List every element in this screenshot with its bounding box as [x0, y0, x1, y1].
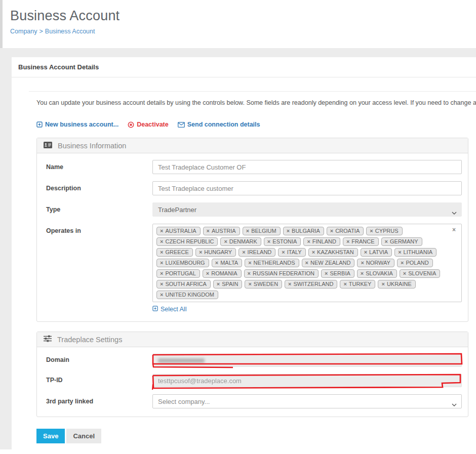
remove-tag-icon[interactable]: × — [282, 250, 285, 255]
country-tag[interactable]: × AUSTRIA — [203, 227, 240, 235]
remove-tag-icon[interactable]: × — [403, 271, 406, 276]
country-tag[interactable]: × GERMANY — [381, 237, 422, 246]
remove-tag-icon[interactable]: × — [224, 239, 227, 244]
remove-tag-icon[interactable]: × — [370, 228, 373, 233]
remove-tag-icon[interactable]: × — [343, 281, 346, 286]
country-tag[interactable]: × FRANCE — [343, 237, 379, 246]
country-tag[interactable]: × MALTA — [212, 259, 242, 267]
remove-tag-icon[interactable]: × — [217, 281, 220, 286]
country-tag-label: SLOVAKIA — [366, 270, 393, 276]
breadcrumb-link-business-account[interactable]: Business Account — [45, 28, 95, 35]
remove-tag-icon[interactable]: × — [160, 250, 163, 255]
remove-tag-icon[interactable]: × — [385, 239, 388, 244]
country-tag[interactable]: × TURKEY — [340, 280, 375, 288]
country-tag[interactable]: × BULGARIA — [283, 227, 324, 235]
country-tag[interactable]: × NETHERLANDS — [245, 259, 299, 267]
remove-tag-icon[interactable]: × — [248, 281, 251, 286]
country-tag[interactable]: × CYPRUS — [366, 227, 402, 235]
domain-redacted-value — [158, 358, 205, 363]
country-tag[interactable]: × LATVIA — [361, 248, 392, 257]
remove-tag-icon[interactable]: × — [364, 250, 367, 255]
remove-tag-icon[interactable]: × — [206, 271, 209, 276]
tp-id-input[interactable]: testtpcusof@tradeplace.com — [152, 374, 462, 387]
country-tag[interactable]: × AUSTRALIA — [156, 227, 201, 235]
remove-tag-icon[interactable]: × — [215, 260, 218, 265]
name-label: Name — [46, 160, 152, 174]
country-tag[interactable]: × SOUTH AFRICA — [156, 280, 211, 288]
remove-tag-icon[interactable]: × — [287, 228, 290, 233]
remove-tag-icon[interactable]: × — [160, 292, 163, 297]
remove-tag-icon[interactable]: × — [160, 281, 163, 286]
remove-tag-icon[interactable]: × — [330, 228, 333, 233]
remove-tag-icon[interactable]: × — [248, 271, 251, 276]
country-tag[interactable]: × RUSSIAN FEDERATION — [244, 269, 319, 278]
third-party-select[interactable]: Select company... — [152, 394, 462, 408]
select-all-link[interactable]: Select All — [152, 306, 186, 313]
send-connection-details-link[interactable]: Send connection details — [178, 121, 260, 128]
remove-tag-icon[interactable]: × — [305, 260, 308, 265]
country-tag[interactable]: × PORTUGAL — [156, 269, 200, 278]
country-tag[interactable]: × SWITZERLAND — [285, 280, 337, 288]
remove-tag-icon[interactable]: × — [199, 250, 202, 255]
country-tag[interactable]: × SPAIN — [213, 280, 243, 288]
remove-tag-icon[interactable]: × — [207, 228, 210, 233]
remove-tag-icon[interactable]: × — [381, 281, 384, 286]
country-tag[interactable]: × POLAND — [397, 259, 433, 267]
country-tag[interactable]: × GREECE — [156, 248, 193, 257]
remove-tag-icon[interactable]: × — [160, 271, 163, 276]
remove-tag-icon[interactable]: × — [160, 260, 163, 265]
country-tag[interactable]: × ITALY — [278, 248, 305, 257]
description-input[interactable]: Test Tradeplace customer — [152, 181, 462, 195]
country-tag[interactable]: × NEW ZEALAND — [302, 259, 355, 267]
country-tag[interactable]: × DENMARK — [220, 237, 261, 246]
country-tag[interactable]: × UKRAINE — [378, 280, 415, 288]
country-tag[interactable]: × NORWAY — [357, 259, 394, 267]
tp-id-row: TP-ID testtpcusof@tradeplace.com — [46, 374, 462, 387]
remove-tag-icon[interactable]: × — [246, 228, 249, 233]
operates-in-multiselect[interactable]: × × AUSTRALIA × — [152, 224, 462, 302]
deactivate-link[interactable]: Deactivate — [128, 121, 169, 128]
country-tag[interactable]: × CZECH REPUBLIC — [156, 237, 218, 246]
country-tag[interactable]: × BELGIUM — [243, 227, 281, 235]
country-tag[interactable]: × FINLAND — [303, 237, 340, 246]
remove-tag-icon[interactable]: × — [401, 260, 404, 265]
breadcrumb-link-company[interactable]: Company — [10, 28, 37, 35]
remove-tag-icon[interactable]: × — [325, 271, 328, 276]
country-tag[interactable]: × SWEDEN — [245, 280, 282, 288]
description-row: Description Test Tradeplace customer — [46, 181, 462, 195]
save-button[interactable]: Save — [36, 429, 65, 443]
domain-input[interactable] — [152, 354, 462, 367]
clear-all-icon[interactable]: × — [452, 227, 456, 233]
remove-tag-icon[interactable]: × — [160, 239, 163, 244]
country-tag[interactable]: × LITHUANIA — [394, 248, 437, 257]
remove-tag-icon[interactable]: × — [312, 250, 315, 255]
cancel-button[interactable]: Cancel — [66, 429, 101, 443]
remove-tag-icon[interactable]: × — [398, 250, 401, 255]
remove-tag-icon[interactable]: × — [267, 239, 270, 244]
country-tag[interactable]: × UNITED KINGDOM — [156, 291, 218, 299]
remove-tag-icon[interactable]: × — [361, 260, 364, 265]
country-tag-label: SPAIN — [222, 281, 238, 287]
country-tag-label: ITALY — [287, 249, 302, 255]
new-business-account-link[interactable]: New business account... — [36, 121, 118, 128]
type-select[interactable]: TradePartner — [152, 202, 462, 217]
country-tag[interactable]: × CROATIA — [327, 227, 364, 235]
country-tag[interactable]: × ESTONIA — [264, 237, 301, 246]
country-tag[interactable]: × KAZAKHSTAN — [308, 248, 358, 257]
remove-tag-icon[interactable]: × — [248, 260, 251, 265]
country-tag[interactable]: × ROMANIA — [203, 269, 242, 278]
country-tag[interactable]: × HUNGARY — [195, 248, 236, 257]
name-input[interactable]: Test Tradeplace Customer OF — [152, 160, 462, 174]
remove-tag-icon[interactable]: × — [346, 239, 349, 244]
remove-tag-icon[interactable]: × — [160, 228, 163, 233]
country-tag[interactable]: × SLOVAKIA — [357, 269, 397, 278]
remove-tag-icon[interactable]: × — [361, 271, 364, 276]
country-tag[interactable]: × LUXEMBOURG — [156, 259, 209, 267]
remove-tag-icon[interactable]: × — [288, 281, 291, 286]
country-tag[interactable]: × SERBIA — [321, 269, 354, 278]
country-tag[interactable]: × IRELAND — [239, 248, 275, 257]
country-tag[interactable]: × SLOVENIA — [400, 269, 440, 278]
remove-tag-icon[interactable]: × — [307, 239, 310, 244]
country-tag-label: SOUTH AFRICA — [165, 281, 206, 287]
remove-tag-icon[interactable]: × — [242, 250, 245, 255]
